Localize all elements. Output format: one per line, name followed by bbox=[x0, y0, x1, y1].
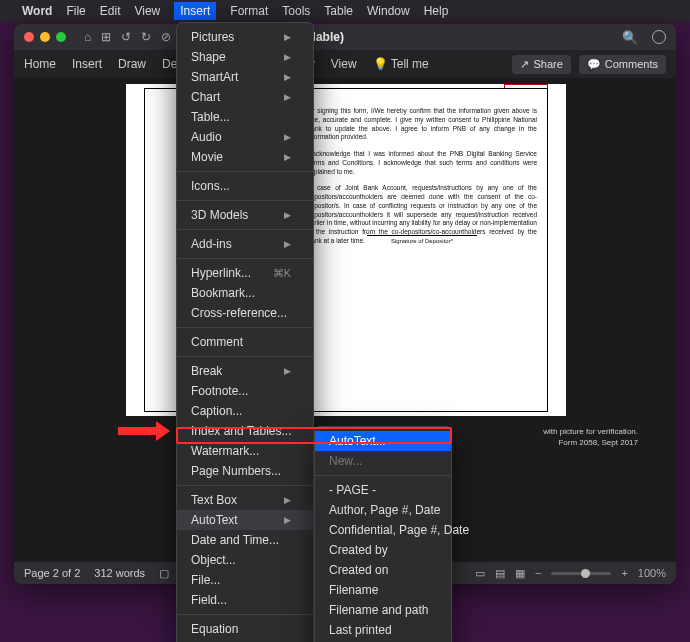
menu-item-icons-[interactable]: Icons... bbox=[177, 176, 313, 196]
menu-item-smartart[interactable]: SmartArt▶ bbox=[177, 67, 313, 87]
menu-insert[interactable]: Insert bbox=[174, 2, 216, 20]
menu-item-equation[interactable]: Equation bbox=[177, 619, 313, 639]
ribbon-tabs: Home Insert Draw Design Mailings Review … bbox=[14, 50, 676, 78]
menu-item-cross-reference-[interactable]: Cross-reference... bbox=[177, 303, 313, 323]
menu-item-index-and-tables-[interactable]: Index and Tables... bbox=[177, 421, 313, 441]
word-count[interactable]: 312 words bbox=[94, 567, 145, 579]
menu-tools[interactable]: Tools bbox=[282, 4, 310, 18]
menu-item-shape[interactable]: Shape▶ bbox=[177, 47, 313, 67]
menu-item-bookmark-[interactable]: Bookmark... bbox=[177, 283, 313, 303]
footer-note: with picture for verification. bbox=[543, 426, 638, 437]
submenu-item-filename[interactable]: Filename bbox=[315, 580, 451, 600]
menu-window[interactable]: Window bbox=[367, 4, 410, 18]
submenu-item-author-page-date[interactable]: Author, Page #, Date bbox=[315, 500, 451, 520]
comments-button[interactable]: 💬 Comments bbox=[579, 55, 666, 74]
menu-help[interactable]: Help bbox=[424, 4, 449, 18]
submenu-item-created-by[interactable]: Created by bbox=[315, 540, 451, 560]
redo-icon[interactable]: ↻ bbox=[141, 30, 151, 44]
menu-item-movie[interactable]: Movie▶ bbox=[177, 147, 313, 167]
menu-item-comment[interactable]: Comment bbox=[177, 332, 313, 352]
autotext-submenu: AutoText...New...- PAGE -Author, Page #,… bbox=[314, 426, 452, 642]
zoom-value[interactable]: 100% bbox=[638, 567, 666, 579]
menu-item-page-numbers-[interactable]: Page Numbers... bbox=[177, 461, 313, 481]
macos-menubar: Word File Edit View Insert Format Tools … bbox=[0, 0, 690, 22]
search-icon[interactable]: 🔍 bbox=[622, 30, 638, 45]
menu-item-watermark-[interactable]: Watermark... bbox=[177, 441, 313, 461]
signature-line bbox=[367, 235, 477, 236]
submenu-item-confidential-page-date[interactable]: Confidential, Page #, Date bbox=[315, 520, 451, 540]
menu-item-date-and-time-[interactable]: Date and Time... bbox=[177, 530, 313, 550]
undo-icon[interactable]: ↺ bbox=[121, 30, 131, 44]
menu-item-footnote-[interactable]: Footnote... bbox=[177, 381, 313, 401]
zoom-in-icon[interactable]: + bbox=[621, 567, 627, 579]
menu-item-hyperlink-[interactable]: Hyperlink...⌘K bbox=[177, 263, 313, 283]
maximize-button[interactable] bbox=[56, 32, 66, 42]
submenu-item-filename-and-path[interactable]: Filename and path bbox=[315, 600, 451, 620]
menu-view[interactable]: View bbox=[134, 4, 160, 18]
app-name[interactable]: Word bbox=[22, 4, 52, 18]
doc-para-1: By signing this form, I/We hereby confir… bbox=[307, 107, 537, 142]
minimize-button[interactable] bbox=[40, 32, 50, 42]
doc-para-2: I acknowledge that I was informed about … bbox=[307, 150, 537, 176]
menu-item-file-[interactable]: File... bbox=[177, 570, 313, 590]
menu-item-break[interactable]: Break▶ bbox=[177, 361, 313, 381]
menu-format[interactable]: Format bbox=[230, 4, 268, 18]
menu-item-caption-[interactable]: Caption... bbox=[177, 401, 313, 421]
submenu-item-created-on[interactable]: Created on bbox=[315, 560, 451, 580]
menu-file[interactable]: File bbox=[66, 4, 85, 18]
disabled-icon: ⊘ bbox=[161, 30, 171, 44]
zoom-out-icon[interactable]: − bbox=[535, 567, 541, 579]
tab-view[interactable]: View bbox=[331, 57, 357, 71]
menu-item-3d-models[interactable]: 3D Models▶ bbox=[177, 205, 313, 225]
page-count[interactable]: Page 2 of 2 bbox=[24, 567, 80, 579]
menu-item-field-[interactable]: Field... bbox=[177, 590, 313, 610]
menu-item-chart[interactable]: Chart▶ bbox=[177, 87, 313, 107]
save-icon[interactable]: ⊞ bbox=[101, 30, 111, 44]
home-icon[interactable]: ⌂ bbox=[84, 30, 91, 44]
tell-me[interactable]: 💡 Tell me bbox=[373, 57, 429, 71]
footer-form: Form 2058, Sept 2017 bbox=[543, 437, 638, 448]
menu-item-autotext[interactable]: AutoText▶ bbox=[177, 510, 313, 530]
insert-dropdown: Pictures▶Shape▶SmartArt▶Chart▶Table...Au… bbox=[176, 22, 314, 642]
tab-draw[interactable]: Draw bbox=[118, 57, 146, 71]
zoom-slider[interactable] bbox=[551, 572, 611, 575]
tab-home[interactable]: Home bbox=[24, 57, 56, 71]
close-button[interactable] bbox=[24, 32, 34, 42]
focus-view-icon[interactable]: ▭ bbox=[475, 567, 485, 580]
print-view-icon[interactable]: ▤ bbox=[495, 567, 505, 580]
submenu-item-new-: New... bbox=[315, 451, 451, 471]
web-view-icon[interactable]: ▦ bbox=[515, 567, 525, 580]
titlebar: ⌂ ⊞ ↺ ↻ ⊘ Maintenance Form (Fillable) 🔍 bbox=[14, 24, 676, 50]
annotation-arrow bbox=[118, 427, 156, 435]
signature-label: Signature of Depositor* bbox=[367, 238, 477, 244]
submenu-item-autotext-[interactable]: AutoText... bbox=[315, 431, 451, 451]
menu-item-table-[interactable]: Table... bbox=[177, 107, 313, 127]
submenu-item-last-printed[interactable]: Last printed bbox=[315, 620, 451, 640]
menu-item-object-[interactable]: Object... bbox=[177, 550, 313, 570]
tab-insert[interactable]: Insert bbox=[72, 57, 102, 71]
spellcheck-icon[interactable]: ▢ bbox=[159, 567, 169, 580]
menu-edit[interactable]: Edit bbox=[100, 4, 121, 18]
menu-item-pictures[interactable]: Pictures▶ bbox=[177, 27, 313, 47]
feedback-icon[interactable] bbox=[652, 30, 666, 44]
traffic-lights bbox=[24, 32, 66, 42]
menu-table[interactable]: Table bbox=[324, 4, 353, 18]
menu-item-audio[interactable]: Audio▶ bbox=[177, 127, 313, 147]
menu-item-add-ins[interactable]: Add-ins▶ bbox=[177, 234, 313, 254]
menu-item-text-box[interactable]: Text Box▶ bbox=[177, 490, 313, 510]
submenu-item--page-[interactable]: - PAGE - bbox=[315, 480, 451, 500]
share-button[interactable]: ↗ Share bbox=[512, 55, 570, 74]
